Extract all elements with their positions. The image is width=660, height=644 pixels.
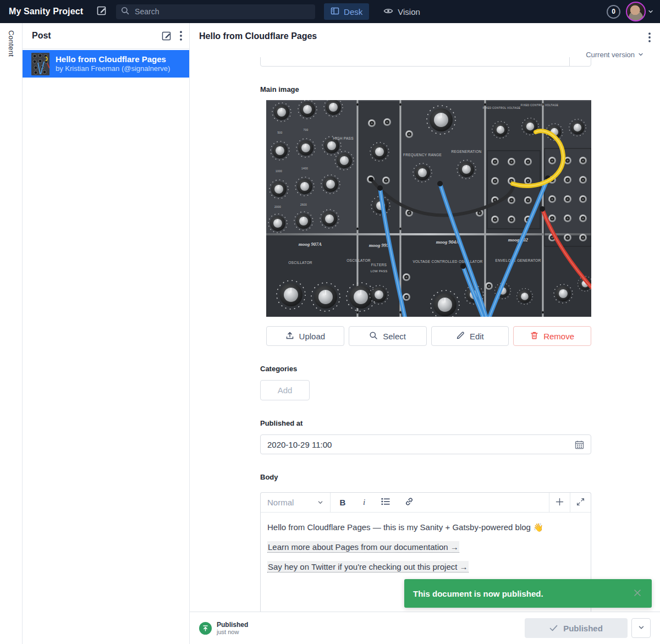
select-button[interactable]: Select: [349, 326, 427, 346]
trash-icon: [530, 331, 538, 342]
clipped-field-window: [260, 57, 591, 67]
svg-text:500: 500: [278, 131, 283, 134]
slug-input[interactable]: [261, 57, 569, 66]
svg-text:FIXED CONTROL VOLTAGE: FIXED CONTROL VOLTAGE: [483, 107, 520, 109]
fullscreen-button[interactable]: [570, 493, 591, 512]
chevron-down-icon: [638, 624, 645, 632]
body-link-documentation[interactable]: Learn more about Pages from our document…: [267, 541, 459, 553]
project-title: My Sanity Project: [9, 7, 83, 16]
block-style-select[interactable]: Normal: [261, 493, 331, 512]
select-search-icon: [369, 331, 378, 342]
svg-text:700: 700: [304, 129, 309, 131]
publish-button[interactable]: Published: [525, 618, 628, 638]
link-button[interactable]: [398, 493, 421, 512]
footer-actions: Published: [525, 618, 651, 638]
calendar-icon[interactable]: [575, 440, 584, 449]
body-editor-content[interactable]: Hello from Cloudflare Pages — this is my…: [261, 513, 591, 590]
svg-text:1400: 1400: [301, 167, 308, 170]
publish-menu-button[interactable]: [631, 618, 651, 638]
toast-message: This document is now published.: [413, 589, 543, 598]
tab-vision-label: Vision: [398, 7, 420, 16]
body-paragraph: Learn more about Pages from our document…: [267, 541, 584, 553]
body-link-twitter[interactable]: Say hey on Twitter if you're checking ou…: [267, 561, 469, 573]
bold-button[interactable]: B: [331, 493, 355, 512]
svg-text:2000: 2000: [274, 206, 281, 208]
user-menu-chevron-icon[interactable]: [648, 7, 653, 16]
eye-icon: [383, 6, 393, 18]
insert-block-button[interactable]: [549, 493, 570, 512]
tab-desk-label: Desk: [344, 7, 362, 16]
content-strip-label: Content: [7, 30, 15, 57]
document-pane: Hello from Cloudflare Pages Current vers…: [190, 23, 660, 644]
published-status-time: just now: [217, 629, 248, 636]
new-document-button[interactable]: [161, 30, 172, 41]
bullet-list-icon: [381, 498, 390, 507]
body-editor-toolbar: Normal B i: [261, 493, 591, 513]
svg-text:VOLTAGE CONTROLLED OSCILLATOR: VOLTAGE CONTROLLED OSCILLATOR: [413, 260, 482, 263]
svg-text:moog 995: moog 995: [369, 243, 389, 248]
published-status-title: Published: [217, 621, 248, 629]
svg-text:moog 902: moog 902: [508, 237, 529, 243]
bullet-list-button[interactable]: [373, 493, 398, 512]
svg-text:REGENERATION: REGENERATION: [451, 150, 481, 153]
list-pane-header: Post: [23, 23, 189, 49]
svg-text:LOW PASS: LOW PASS: [371, 269, 388, 273]
document-menu-button[interactable]: [648, 32, 651, 42]
document-header: Hello from Cloudflare Pages Current vers…: [190, 23, 660, 57]
slug-field[interactable]: [260, 57, 591, 67]
image-action-buttons: Upload Select Edit: [266, 326, 591, 346]
svg-text:1000: 1000: [276, 170, 282, 173]
list-item-subtitle: by Kristian Freeman (@signalnerve): [56, 64, 170, 73]
search-icon: [121, 7, 129, 17]
close-icon: [633, 588, 642, 599]
remove-button[interactable]: Remove: [513, 326, 591, 346]
svg-text:2600: 2600: [300, 203, 307, 206]
content-strip[interactable]: Content: [0, 23, 23, 644]
expand-icon: [576, 498, 585, 508]
svg-text:FILTERS: FILTERS: [371, 263, 387, 267]
document-list-pane: Post Hello from Cloudflare: [23, 23, 190, 644]
chevron-down-icon: [638, 51, 644, 59]
svg-text:ENVELOPE GENERATOR: ENVELOPE GENERATOR: [496, 258, 541, 262]
version-label: Current version: [586, 51, 635, 59]
version-selector[interactable]: Current version: [586, 51, 644, 59]
add-category-button[interactable]: Add: [260, 380, 310, 400]
desk-icon: [331, 7, 339, 17]
italic-button[interactable]: i: [355, 493, 373, 512]
published-at-input[interactable]: 2020-10-29 11:00: [260, 434, 591, 454]
tab-desk[interactable]: Desk: [324, 3, 369, 20]
body-label: Body: [260, 473, 591, 481]
status-count-badge[interactable]: 0: [607, 5, 620, 19]
search-input[interactable]: [134, 7, 299, 16]
published-at-label: Published at: [260, 419, 591, 427]
body-paragraph: Say hey on Twitter if you're checking ou…: [267, 561, 584, 573]
toast-close-button[interactable]: [632, 587, 643, 600]
upload-icon: [285, 331, 294, 342]
list-item-hello-from-cloudflare-pages[interactable]: Hello from Cloudflare Pages by Kristian …: [23, 50, 189, 78]
compose-icon: [96, 5, 107, 18]
main-image-preview[interactable]: 500 700 1000 1400 2000 2600 HIGH PASS: [266, 100, 591, 317]
list-item-thumbnail: [31, 53, 50, 75]
upload-button[interactable]: Upload: [266, 326, 344, 346]
synth-photo-illustration: 500 700 1000 1400 2000 2600 HIGH PASS: [266, 100, 591, 317]
svg-text:OSCILLATOR: OSCILLATOR: [288, 261, 312, 265]
body-paragraph[interactable]: Hello from Cloudflare Pages — this is my…: [267, 521, 584, 533]
svg-text:OSCILLATOR: OSCILLATOR: [346, 258, 371, 262]
svg-text:moog 904A: moog 904A: [436, 239, 459, 245]
navbar-right: 0: [607, 2, 653, 21]
user-avatar[interactable]: [626, 2, 646, 21]
document-title: Hello from Cloudflare Pages: [199, 31, 317, 41]
svg-text:FREQUENCY RANGE: FREQUENCY RANGE: [403, 153, 442, 157]
check-icon: [549, 624, 558, 633]
toolbar-right-group: [549, 493, 591, 512]
document-form-scroll[interactable]: Main image: [190, 57, 660, 612]
categories-label: Categories: [260, 365, 591, 373]
plus-icon: [556, 498, 564, 508]
top-navbar: My Sanity Project Desk Vision 0: [0, 0, 660, 23]
tab-vision[interactable]: Vision: [377, 3, 427, 20]
edit-button[interactable]: Edit: [431, 326, 509, 346]
main-image-label: Main image: [260, 85, 591, 93]
list-pane-menu-button[interactable]: [180, 31, 182, 41]
compose-button[interactable]: [95, 5, 108, 18]
search-box[interactable]: [116, 4, 315, 19]
